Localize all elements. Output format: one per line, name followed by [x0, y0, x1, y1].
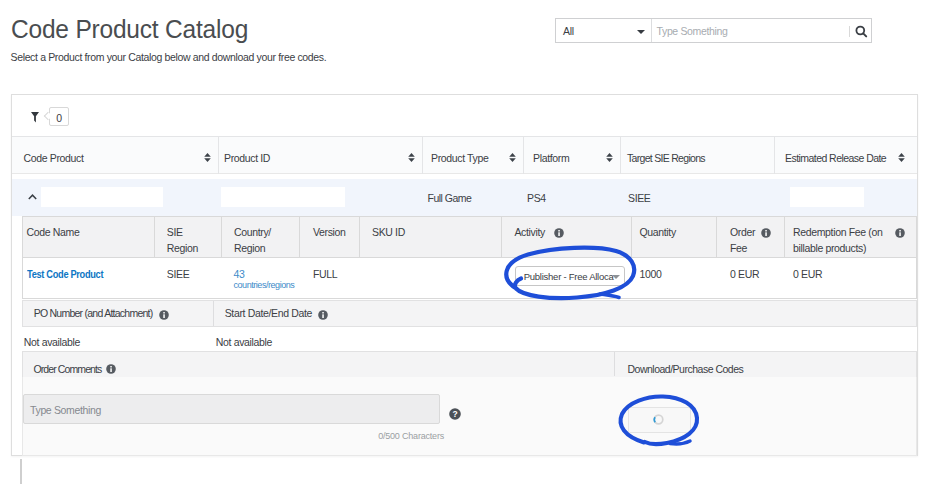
svg-text:?: ? [452, 409, 457, 419]
